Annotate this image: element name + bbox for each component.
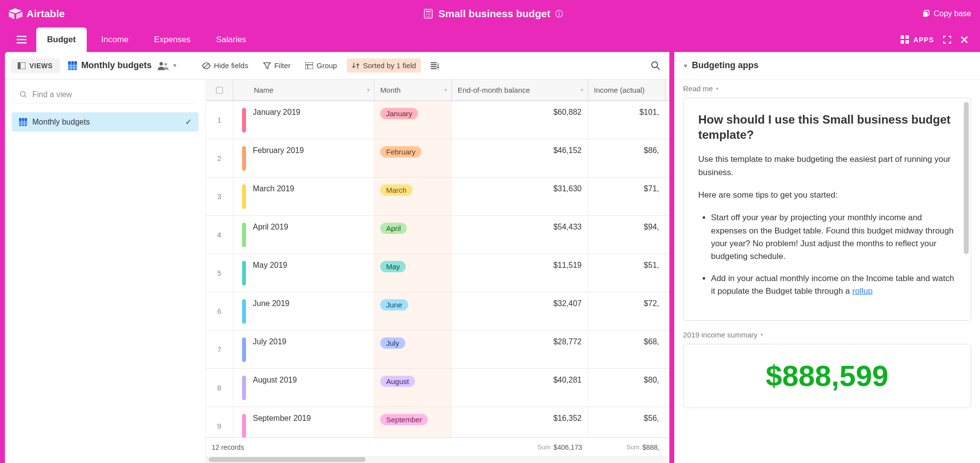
column-name[interactable]: Name▾: [233, 79, 374, 101]
table-row[interactable]: 8 August 2019 August $40,281 $80,: [206, 369, 669, 407]
close-icon[interactable]: [960, 36, 968, 44]
table-row[interactable]: 6 June 2019 June $32,407 $72,: [206, 292, 669, 331]
readme-tip-2: Add in your actual monthly income on the…: [711, 272, 956, 298]
row-height-button[interactable]: [426, 59, 444, 72]
current-view[interactable]: Monthly budgets ▾: [65, 58, 179, 73]
month-pill: May: [380, 261, 406, 272]
name-text: June 2019: [253, 299, 290, 308]
cell-income[interactable]: $101,: [588, 101, 665, 139]
cell-name[interactable]: February 2019: [233, 139, 374, 177]
month-pill: September: [380, 414, 428, 425]
cell-income[interactable]: $94,: [588, 216, 665, 254]
apps-button[interactable]: APPS: [901, 35, 934, 44]
cell-name[interactable]: January 2019: [233, 101, 374, 139]
table-row[interactable]: 7 July 2019 July $28,772 $68,: [206, 331, 669, 369]
cell-name[interactable]: April 2019: [233, 216, 374, 254]
cell-month[interactable]: January: [374, 101, 452, 139]
scrollbar-thumb[interactable]: [209, 457, 366, 462]
cell-month[interactable]: July: [374, 331, 452, 368]
cell-name[interactable]: July 2019: [233, 331, 374, 368]
chevron-down-icon[interactable]: ▾: [444, 87, 447, 93]
rollup-link[interactable]: rollup: [852, 286, 873, 296]
tab-expenses[interactable]: Expenses: [143, 27, 201, 52]
color-bar: [242, 223, 246, 247]
logo[interactable]: Airtable: [9, 8, 65, 20]
cell-name[interactable]: June 2019: [233, 292, 374, 330]
table-row[interactable]: 3 March 2019 March $31,630 $71,: [206, 178, 669, 216]
cell-income[interactable]: $80,: [588, 369, 665, 407]
cell-income[interactable]: $51,: [588, 254, 665, 292]
cell-name[interactable]: September 2019: [233, 407, 374, 437]
table-row[interactable]: 2 February 2019 February $46,152 $86,: [206, 139, 669, 178]
row-number: 9: [206, 407, 233, 437]
cell-balance[interactable]: $16,352: [452, 407, 588, 437]
view-item-monthly-budgets[interactable]: Monthly budgets ✓: [12, 112, 198, 131]
cell-income[interactable]: $72,: [588, 292, 665, 330]
info-icon[interactable]: [555, 10, 563, 18]
cell-month[interactable]: February: [374, 139, 452, 177]
income-summary-label[interactable]: 2019 income summary▾: [683, 331, 971, 339]
cell-month[interactable]: September: [374, 407, 452, 437]
svg-rect-18: [901, 40, 904, 44]
month-pill: April: [380, 223, 407, 234]
base-title[interactable]: Small business budget: [65, 8, 922, 20]
chevron-down-icon[interactable]: ▾: [581, 87, 584, 93]
filter-button[interactable]: Filter: [258, 58, 295, 73]
apps-panel-header[interactable]: ▾ Budgeting apps: [674, 52, 980, 79]
tab-salaries[interactable]: Salaries: [205, 27, 257, 52]
search-button[interactable]: [648, 58, 663, 74]
column-label: Month: [380, 86, 401, 94]
income-summary-card: $888,599: [683, 344, 971, 408]
grid-body[interactable]: 1 January 2019 January $60,882 $101, 2 F…: [206, 101, 669, 437]
cell-month[interactable]: August: [374, 369, 452, 407]
hide-fields-button[interactable]: Hide fields: [197, 58, 253, 73]
cell-name[interactable]: March 2019: [233, 178, 374, 215]
cell-income[interactable]: $56,: [588, 407, 665, 437]
table-row[interactable]: 9 September 2019 September $16,352 $56,: [206, 407, 669, 437]
sort-button[interactable]: Sorted by 1 field: [347, 58, 421, 73]
row-number: 5: [206, 254, 233, 292]
table-row[interactable]: 5 May 2019 May $11,519 $51,: [206, 254, 669, 292]
cell-balance[interactable]: $32,407: [452, 292, 588, 330]
horizontal-scrollbar[interactable]: [206, 456, 669, 463]
hamburger-icon: [17, 36, 26, 44]
cell-month[interactable]: May: [374, 254, 452, 292]
cell-balance[interactable]: $46,152: [452, 139, 588, 177]
scrollbar-thumb[interactable]: [964, 102, 969, 254]
cell-balance[interactable]: $28,772: [452, 331, 588, 368]
column-balance[interactable]: End-of-month balance▾: [452, 79, 588, 101]
select-all-column[interactable]: [206, 79, 233, 101]
table-row[interactable]: 4 April 2019 April $54,433 $94,: [206, 216, 669, 254]
copy-base-button[interactable]: Copy base: [922, 9, 972, 18]
cell-income[interactable]: $71,: [588, 178, 665, 215]
cell-month[interactable]: April: [374, 216, 452, 254]
cell-name[interactable]: August 2019: [233, 369, 374, 407]
group-button[interactable]: Group: [300, 58, 342, 73]
svg-point-38: [652, 62, 658, 68]
menu-button[interactable]: [11, 27, 32, 52]
tab-budget[interactable]: Budget: [36, 27, 87, 52]
tab-income[interactable]: Income: [91, 27, 140, 52]
cell-income[interactable]: $86,: [588, 139, 665, 177]
readme-label[interactable]: Read me▾: [683, 84, 971, 93]
column-income[interactable]: Income (actual): [588, 79, 665, 101]
svg-rect-11: [923, 12, 928, 17]
find-view-input[interactable]: Find a view: [15, 86, 196, 103]
cell-balance[interactable]: $40,281: [452, 369, 588, 407]
card-scrollbar[interactable]: [964, 102, 969, 316]
column-month[interactable]: Month▾: [374, 79, 452, 101]
cell-month[interactable]: June: [374, 292, 452, 330]
cell-balance[interactable]: $31,630: [452, 178, 588, 215]
readme-card: How should I use this Small business bud…: [683, 98, 971, 321]
cell-balance[interactable]: $60,882: [452, 101, 588, 139]
cell-month[interactable]: March: [374, 178, 452, 215]
cell-balance[interactable]: $11,519: [452, 254, 588, 292]
table-row[interactable]: 1 January 2019 January $60,882 $101,: [206, 101, 669, 139]
copy-icon: [922, 10, 930, 18]
cell-balance[interactable]: $54,433: [452, 216, 588, 254]
views-button[interactable]: VIEWS: [11, 58, 60, 73]
chevron-down-icon[interactable]: ▾: [367, 87, 370, 93]
expand-icon[interactable]: [943, 35, 952, 44]
cell-income[interactable]: $68,: [588, 331, 665, 368]
cell-name[interactable]: May 2019: [233, 254, 374, 292]
